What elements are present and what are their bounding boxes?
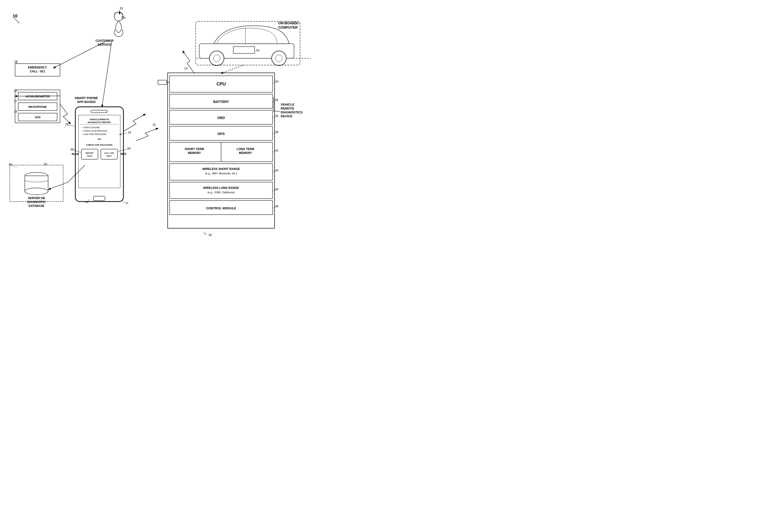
phone-ref-22: 22 (125, 202, 128, 204)
obd-label: OBD (217, 116, 225, 120)
emergency-call-label2: CALL - 911 (30, 70, 45, 73)
server-db-label2: DIAGNOSTIC (27, 200, 46, 204)
car-wheel-front (209, 51, 224, 66)
wireless-long-label2: (e.g., GSM, Cellphone) (207, 191, 235, 194)
wireless-long-box (170, 182, 272, 199)
report-data-label2: DATA (87, 155, 92, 157)
accelerometer-ref: 25 (14, 89, 18, 93)
check-solutions: CHECK FOR SOULTIONS (86, 144, 113, 146)
vrd-label2: REMOTE (281, 106, 294, 110)
report-dots: ••• (98, 137, 101, 141)
wireless-short-label2: (e.g., WIFI, Bluetooth, etc.) (205, 172, 237, 175)
report-item-2: – CHECK MAINTENANCE (81, 130, 108, 132)
cpu-label: CPU (216, 82, 226, 87)
report-title-1: VEHICLE REMOTE (90, 118, 109, 121)
accelerometer-label: ACCELEROMETER (26, 95, 50, 98)
wireless-short-ref: 44 (275, 169, 278, 172)
server-db-ref2: 58 (9, 163, 12, 166)
report-title-2: DIAGNOSTIC REPORT (88, 121, 111, 124)
customer-service-ref: 16 (119, 6, 123, 10)
vrd-label4: DEVICE (281, 114, 292, 118)
smartphone-ref: 26 (65, 123, 68, 126)
btn-report-ref: 56 (70, 148, 74, 151)
red-label: RED (120, 153, 126, 156)
obd-port-ref: 54 (256, 49, 260, 52)
battery-label: BATTERY (213, 100, 229, 104)
wireless-long-label1: WIRELESS LONG RANGE (203, 186, 239, 190)
wireless-short-label1: WIRELESS SHORT RANGE (202, 167, 240, 171)
call-help-label2: HELP (107, 155, 112, 157)
vrd-label3: DIAGNOSTICS (281, 110, 303, 114)
onboard-ref: 50 (296, 22, 299, 25)
vrd-connector-ref: 32 (153, 123, 156, 126)
report-item-1: – CHECK ENGINE (81, 126, 100, 129)
blue-label: BLUE (72, 153, 79, 156)
server-db-ref: 20 (44, 163, 47, 166)
server-db-label3: DATABASE (29, 204, 44, 208)
short-term-label2: MEMORY (188, 151, 201, 155)
onboard-label2: COMPUTER (278, 26, 298, 30)
control-module-label: CONTROL MODULE (206, 206, 236, 210)
svg-line-35 (15, 96, 60, 96)
car-wheel-rear (272, 51, 286, 66)
db-cylinder-bottom (25, 188, 48, 195)
arrow-ref-24: 24 (128, 131, 131, 134)
gps-module-ref: 38 (275, 130, 278, 134)
connector-ref: 14 (184, 67, 188, 70)
call-help-btn[interactable] (101, 149, 117, 159)
smartphone-label1: SMART PHONE (75, 96, 98, 100)
microphone-label: MICROPHONE (29, 105, 47, 108)
long-term-label2: MEMORY (239, 151, 252, 155)
server-db-label1: SERVER DB (28, 196, 45, 200)
battery-ref: 45 (275, 98, 278, 102)
btn-help-ref: 60 (127, 147, 131, 150)
control-module-ref: 48 (275, 205, 278, 208)
vrd-label1: VEHICLE (281, 103, 294, 106)
smartphone-label2: APP-BASED (77, 100, 96, 104)
gps-module-label: GPS (217, 132, 225, 136)
short-term-label1: SHORT TERM (185, 147, 204, 151)
report-item-3: – LOW TIRE PRESSURE (81, 133, 107, 136)
vrd-ref: 30 (208, 233, 212, 237)
onboard-label1: ON-BOARD (278, 21, 297, 25)
gps-sensor-ref: 29 (14, 110, 18, 113)
call-help-label1: CALL FOR (104, 152, 114, 154)
obd-ref: 36 (275, 114, 278, 118)
long-term-label1: LONG TERM (237, 147, 254, 151)
memory-ref: 42 (275, 149, 278, 152)
report-data-label1: REPORT (86, 152, 94, 154)
cpu-ref: 34 (275, 80, 278, 83)
emergency-call-ref: 18 (14, 60, 18, 63)
report-data-btn[interactable] (81, 149, 98, 159)
emergency-call-label: EMERGENCY (28, 66, 47, 69)
wireless-long-ref: 46 (275, 188, 278, 191)
microphone-ref: 27 (14, 100, 18, 103)
system-label: 10 (13, 14, 18, 19)
home-btn-ref: 28 (85, 201, 88, 203)
gps-sensor-label: GPS (35, 116, 40, 119)
vrd-connector-block (158, 80, 167, 85)
obd-port (233, 47, 255, 53)
